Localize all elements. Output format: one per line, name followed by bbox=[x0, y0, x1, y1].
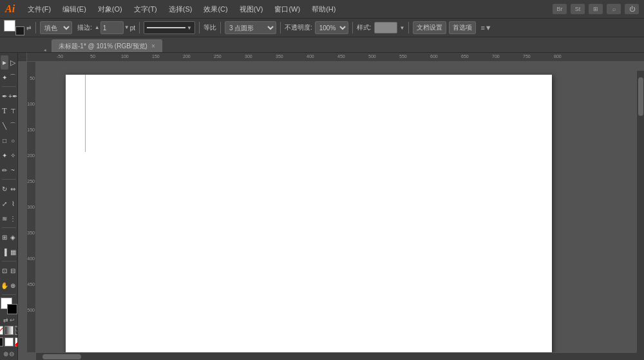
artboard-tool-button[interactable]: ⊡ bbox=[1, 263, 8, 278]
menu-select[interactable]: 选择(S) bbox=[164, 3, 198, 15]
stroke-swatch[interactable] bbox=[7, 304, 17, 314]
type-tool-button[interactable]: T bbox=[1, 104, 8, 118]
horizontal-scroll-thumb[interactable] bbox=[43, 354, 81, 359]
line-tool-button[interactable]: ╲ bbox=[1, 118, 8, 133]
ruler-mark-100: 100 bbox=[121, 54, 129, 59]
tool-divider-5 bbox=[2, 294, 16, 295]
menu-object[interactable]: 对象(O) bbox=[93, 3, 128, 15]
stock-icon[interactable]: St bbox=[571, 4, 585, 14]
magic-wand-button[interactable]: ✦ bbox=[1, 70, 8, 84]
swap-fill-stroke-icon[interactable]: ⇄ bbox=[3, 317, 8, 323]
ai-logo: Ai bbox=[5, 3, 15, 15]
arc-tool-button[interactable]: ⌒ bbox=[9, 118, 17, 133]
document-canvas[interactable]: 50 100 150 200 250 300 350 400 450 500 bbox=[27, 62, 644, 360]
stroke-options-select[interactable]: 填色 bbox=[40, 21, 72, 34]
white-fill-swatch[interactable] bbox=[5, 337, 14, 346]
reset-colors-icon[interactable]: ↩ bbox=[10, 317, 15, 323]
panel-toggle-icon[interactable]: ◂ bbox=[44, 48, 46, 53]
select-tool-button[interactable]: ▸ bbox=[1, 55, 8, 70]
style-preview[interactable] bbox=[374, 22, 397, 33]
menu-edit[interactable]: 编辑(E) bbox=[57, 3, 91, 15]
preferences-button[interactable]: 首选项 bbox=[449, 21, 476, 34]
point-shape-select[interactable]: 3 点圆形 bbox=[225, 21, 276, 34]
none-swatch[interactable] bbox=[0, 326, 3, 335]
pen-tools-row: ✒ +✒ bbox=[1, 89, 17, 103]
menu-view[interactable]: 视图(V) bbox=[234, 3, 269, 15]
rotate-tools-row: ↻ ⇔ bbox=[1, 182, 17, 196]
bridge-icon[interactable]: Br bbox=[553, 4, 567, 14]
menu-file[interactable]: 文件(F) bbox=[23, 3, 56, 15]
horizontal-scrollbar[interactable] bbox=[36, 352, 636, 360]
stroke-line-visual bbox=[147, 27, 185, 28]
more-options-icon[interactable]: ≡▼ bbox=[478, 24, 493, 32]
scale-tools-row: ⤢ ⌇ bbox=[1, 196, 17, 211]
search-icon[interactable]: ⌕ bbox=[607, 4, 621, 14]
stroke-dropdown-icon[interactable]: ▼ bbox=[187, 25, 192, 31]
doc-settings-button[interactable]: 文档设置 bbox=[413, 21, 446, 34]
stroke-size-input[interactable] bbox=[100, 21, 124, 34]
tab-bar: ◂ 未标题-1* @ 101% (RGB/预览) × bbox=[0, 37, 644, 53]
width-tool-button[interactable]: ⋮ bbox=[9, 211, 17, 225]
menu-window[interactable]: 窗口(W) bbox=[269, 3, 305, 15]
vertical-scroll-thumb[interactable] bbox=[638, 77, 643, 116]
menu-effect[interactable]: 效果(C) bbox=[198, 3, 232, 15]
rect-tool-button[interactable]: □ bbox=[1, 133, 8, 147]
menu-help[interactable]: 帮助(H) bbox=[307, 3, 341, 15]
menu-type[interactable]: 文字(T) bbox=[129, 3, 162, 15]
vertical-scrollbar[interactable] bbox=[636, 71, 644, 352]
zoom-tool-button[interactable]: ⊕ bbox=[9, 278, 17, 292]
menu-bar: 文件(F) 编辑(E) 对象(O) 文字(T) 选择(S) 效果(C) 视图(V… bbox=[23, 3, 341, 15]
slice-tool-button[interactable]: ⊟ bbox=[9, 263, 17, 278]
direct-select-tool-button[interactable]: ▷ bbox=[9, 55, 17, 70]
ruler-mark-300: 300 bbox=[245, 54, 252, 59]
pencil-tool-button[interactable]: ✏ bbox=[1, 163, 8, 177]
brush-tools-row: ✦ ✧ bbox=[1, 148, 17, 162]
ruler-mark-500: 500 bbox=[368, 54, 376, 59]
style-dropdown-icon[interactable]: ▼ bbox=[400, 25, 405, 31]
gradient-swatch[interactable] bbox=[5, 326, 14, 335]
stroke-color-box[interactable] bbox=[15, 26, 24, 35]
document-tab[interactable]: 未标题-1* @ 101% (RGB/预览) × bbox=[52, 39, 162, 52]
reflect-tool-button[interactable]: ⇔ bbox=[9, 182, 17, 196]
puppet-warp-button[interactable]: ◈ bbox=[9, 230, 17, 244]
artboard-tools-row: ⊡ ⊟ bbox=[1, 263, 17, 278]
rotate-tool-button[interactable]: ↻ bbox=[1, 182, 8, 196]
tab-title: 未标题-1* @ 101% (RGB/预览) bbox=[59, 42, 147, 51]
lasso-button[interactable]: ⌒ bbox=[9, 70, 17, 84]
shear-tool-button[interactable]: ⌇ bbox=[9, 196, 17, 211]
column-chart-button[interactable]: ▐ bbox=[1, 245, 8, 259]
graph-tool-button[interactable]: ▦ bbox=[9, 245, 17, 259]
anchor-add-button[interactable]: +✒ bbox=[9, 89, 17, 103]
stroke-preview[interactable]: ▼ bbox=[144, 21, 195, 34]
vertical-type-button[interactable]: ⊤ bbox=[9, 104, 17, 118]
smooth-tool-button[interactable]: ~ bbox=[9, 163, 17, 177]
ellipse-tool-button[interactable]: ○ bbox=[9, 133, 17, 147]
chart-tools-row: ▐ ▦ bbox=[1, 245, 17, 259]
tool-divider-2 bbox=[2, 179, 16, 180]
warp-tool-button[interactable]: ≋ bbox=[1, 211, 8, 225]
toolbar: ▸ ▷ ✦ ⌒ ✒ +✒ T ⊤ ╲ ⌒ □ ○ ✦ bbox=[0, 53, 18, 360]
scale-tool-button[interactable]: ⤢ bbox=[1, 196, 8, 211]
opacity-select[interactable]: 100% bbox=[315, 21, 348, 34]
pen-tool-button[interactable]: ✒ bbox=[1, 89, 8, 103]
tool-divider-3 bbox=[2, 227, 16, 228]
ruler-corner-top bbox=[18, 53, 27, 62]
swap-colors-icon[interactable]: ⇄ bbox=[26, 24, 32, 31]
zoom-out-button[interactable]: ⊖ bbox=[9, 350, 14, 357]
free-transform-button[interactable]: ⊞ bbox=[1, 230, 8, 244]
zoom-in-button[interactable]: ⊕ bbox=[3, 350, 8, 357]
fill-color-box[interactable] bbox=[4, 20, 15, 32]
workspace-icon[interactable]: ⊞ bbox=[589, 4, 603, 14]
ruler-mark-250: 250 bbox=[214, 54, 222, 59]
hand-tool-button[interactable]: ✋ bbox=[1, 278, 8, 292]
stroke-size-up-icon[interactable]: ▲ bbox=[95, 25, 100, 30]
fill-stroke-controls: ⇄ bbox=[4, 20, 32, 35]
brush-tool-button[interactable]: ✦ bbox=[1, 148, 8, 162]
stroke-size-down-icon[interactable]: ▼ bbox=[124, 25, 129, 30]
power-icon[interactable]: ⏻ bbox=[625, 4, 639, 14]
divider-1 bbox=[35, 22, 36, 33]
black-fill-swatch[interactable] bbox=[0, 337, 3, 346]
tab-close-button[interactable]: × bbox=[151, 43, 155, 50]
line-tools-row: ╲ ⌒ bbox=[1, 118, 17, 133]
blob-brush-button[interactable]: ✧ bbox=[9, 148, 17, 162]
